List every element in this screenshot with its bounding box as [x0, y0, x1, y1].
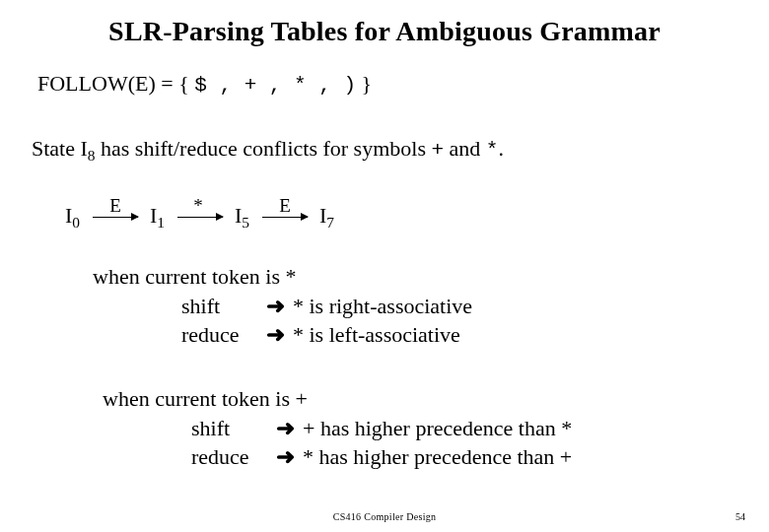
chain-node-i1-sub: 1: [157, 214, 165, 231]
plus-reduce-line: reduce ➜ * has higher precedence than +: [103, 442, 572, 472]
star-reduce-text: * is left-associative: [293, 322, 460, 347]
state-sym1: +: [431, 139, 444, 162]
arrow-icon: ➜: [275, 442, 294, 472]
star-shift-kw: shift: [181, 292, 256, 321]
footer-course: CS416 Compiler Design: [0, 511, 769, 522]
slide: SLR-Parsing Tables for Ambiguous Grammar…: [0, 0, 769, 532]
plus-shift-kw: shift: [191, 414, 266, 443]
state-sym2: *: [486, 139, 499, 162]
chain-arrow-1: [177, 217, 223, 218]
arrow-icon: ➜: [275, 414, 294, 443]
follow-set-line: FOLLOW(E) = { $ , + , * , ) }: [37, 71, 372, 97]
plus-shift-line: shift ➜ + has higher precedence than *: [103, 414, 572, 443]
chain-arrow-2: [262, 217, 308, 218]
chain-node-i7-sub: 7: [326, 214, 334, 231]
footer-page-number: 54: [735, 511, 745, 522]
chain-node-i5-sub: 5: [242, 214, 249, 231]
star-shift-line: shift ➜ * is right-associative: [93, 292, 472, 321]
star-heading: when current token is *: [93, 264, 297, 289]
plus-shift-text: + has higher precedence than *: [303, 416, 572, 440]
plus-token-block: when current token is + shift ➜ + has hi…: [103, 384, 572, 472]
slide-title: SLR-Parsing Tables for Ambiguous Grammar: [0, 16, 769, 47]
plus-reduce-text: * has higher precedence than +: [303, 444, 572, 469]
state-p3: and: [444, 136, 486, 161]
follow-prefix: FOLLOW(E) = {: [37, 71, 194, 96]
chain-edge-label-0: E: [106, 195, 124, 217]
state-p2: has shift/reduce conflicts for symbols: [96, 136, 432, 161]
plus-heading: when current token is +: [103, 386, 308, 411]
state-conflict-line: State I8 has shift/reduce conflicts for …: [32, 136, 504, 165]
chain-node-i7: I7: [319, 203, 334, 232]
state-sub: 8: [88, 147, 96, 164]
plus-reduce-kw: reduce: [191, 442, 266, 472]
state-p4: .: [498, 136, 504, 161]
star-reduce-kw: reduce: [181, 320, 256, 350]
chain-arrow-0: [93, 217, 138, 218]
follow-suffix: }: [356, 71, 372, 96]
arrow-icon: ➜: [265, 292, 284, 321]
arrow-icon: ➜: [265, 320, 284, 350]
chain-edge-label-1: *: [189, 195, 207, 217]
star-reduce-line: reduce ➜ * is left-associative: [93, 320, 472, 350]
chain-node-i0-sub: 0: [72, 214, 80, 231]
follow-symbols: $ , + , * , ): [194, 74, 356, 97]
star-token-block: when current token is * shift ➜ * is rig…: [93, 262, 472, 350]
state-p1: State I: [32, 136, 88, 161]
chain-node-i1: I1: [150, 203, 165, 232]
star-shift-text: * is right-associative: [293, 294, 472, 318]
chain-edge-label-2: E: [276, 195, 294, 217]
chain-node-i0: I0: [65, 203, 80, 232]
chain-node-i5: I5: [235, 203, 249, 232]
